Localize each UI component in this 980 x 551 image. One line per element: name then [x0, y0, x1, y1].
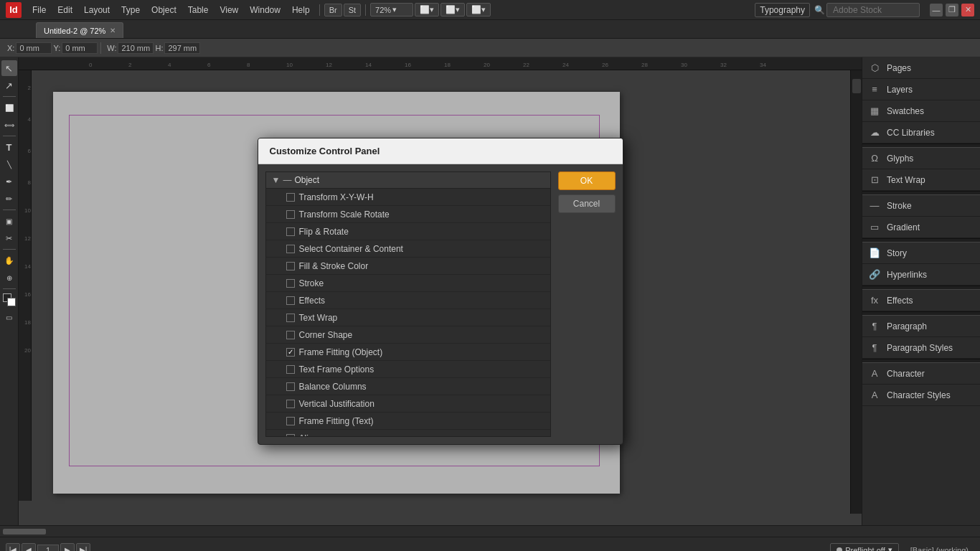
cancel-button[interactable]: Cancel — [558, 194, 616, 213]
checkbox-4[interactable] — [286, 262, 295, 270]
scissors-tool[interactable]: ✂ — [1, 230, 17, 246]
panel-item-text-wrap[interactable]: ⊡Text Wrap — [862, 169, 980, 191]
panel-item-paragraph-styles[interactable]: ¶Paragraph Styles — [862, 337, 980, 359]
tab-close-button[interactable]: ✕ — [110, 27, 116, 34]
dialog-item-1[interactable]: Transform Scale Rotate — [266, 206, 550, 223]
zoom-tool[interactable]: ⊕ — [1, 270, 17, 286]
maximize-button[interactable]: ❐ — [946, 4, 958, 17]
panel-item-character-styles[interactable]: ACharacter Styles — [862, 385, 980, 406]
view-options-2[interactable]: ⬜▾ — [440, 3, 465, 17]
pencil-tool[interactable]: ✏ — [1, 191, 17, 207]
ok-button[interactable]: OK — [558, 171, 616, 190]
panel-item-gradient[interactable]: ▭Gradient — [862, 217, 980, 238]
dialog-item-4[interactable]: Fill & Stroke Color — [266, 258, 550, 275]
dialog-item-5[interactable]: Stroke — [266, 275, 550, 292]
dialog-group-object[interactable]: ▼ — Object — [266, 172, 550, 189]
dialog-item-3[interactable]: Select Container & Content — [266, 240, 550, 258]
page-number-input[interactable] — [37, 545, 59, 552]
dialog-item-2[interactable]: Flip & Rotate — [266, 223, 550, 240]
panel-item-effects[interactable]: fxEffects — [862, 290, 980, 311]
preflight-status[interactable]: Preflight off ▾ — [830, 543, 898, 551]
item-label-4: Fill & Stroke Color — [299, 261, 369, 271]
transform-h-value[interactable]: 297 mm — [164, 42, 200, 54]
checkbox-1[interactable] — [286, 210, 295, 219]
menu-window[interactable]: Window — [245, 4, 286, 17]
checkbox-9[interactable]: ✓ — [286, 348, 295, 357]
type-tool[interactable]: T — [1, 139, 17, 155]
menu-edit[interactable]: Edit — [52, 4, 77, 17]
page-tool[interactable]: ⬜ — [1, 100, 17, 116]
menu-view[interactable]: View — [215, 4, 243, 17]
left-toolbar: ↖ ↗ ⬜ ⟺ T ╲ ✒ ✏ ▣ ✂ ✋ ⊕ ▭ — [0, 57, 19, 525]
panel-item-swatches[interactable]: ▦Swatches — [862, 100, 980, 122]
dialog-list[interactable]: ▼ — Object Transform X-Y-W-HTransform Sc… — [265, 171, 551, 437]
checkbox-13[interactable] — [286, 417, 295, 425]
selection-tool[interactable]: ↖ — [1, 60, 17, 76]
prev-page-button[interactable]: ◀ — [22, 543, 36, 552]
bridge-button[interactable]: Br — [324, 4, 342, 17]
dialog-item-6[interactable]: Effects — [266, 292, 550, 309]
dialog-item-13[interactable]: Frame Fitting (Text) — [266, 413, 550, 430]
panel-item-cc-libraries[interactable]: ☁CC Libraries — [862, 122, 980, 143]
h-scrollbar-area[interactable] — [0, 525, 980, 537]
close-button[interactable]: ✕ — [961, 4, 974, 17]
first-page-button[interactable]: |◀ — [6, 543, 20, 552]
dialog-item-9[interactable]: ✓Frame Fitting (Object) — [266, 344, 550, 361]
dialog-item-7[interactable]: Text Wrap — [266, 309, 550, 326]
menu-type[interactable]: Type — [116, 4, 145, 17]
checkbox-0[interactable] — [286, 193, 295, 202]
dialog-item-14[interactable]: Align — [266, 430, 550, 437]
direct-selection-tool[interactable]: ↗ — [1, 77, 17, 93]
menu-table[interactable]: Table — [183, 4, 214, 17]
fill-stroke-tool[interactable] — [1, 292, 17, 308]
checkbox-7[interactable] — [286, 314, 295, 322]
transform-w-value[interactable]: 210 mm — [118, 42, 154, 54]
panel-item-hyperlinks[interactable]: 🔗Hyperlinks — [862, 264, 980, 286]
checkbox-14[interactable] — [286, 434, 295, 438]
menu-file[interactable]: File — [27, 4, 51, 17]
panel-item-glyphs[interactable]: ΩGlyphs — [862, 148, 980, 169]
dialog-item-12[interactable]: Vertical Justification — [266, 395, 550, 413]
document-tab[interactable]: Untitled-2 @ 72% ✕ — [36, 22, 123, 38]
checkbox-12[interactable] — [286, 400, 295, 408]
minimize-button[interactable]: — — [930, 4, 943, 17]
checkbox-8[interactable] — [286, 331, 295, 339]
panel-item-pages[interactable]: ⬡Pages — [862, 57, 980, 79]
menu-help[interactable]: Help — [287, 4, 315, 17]
adobe-stock-search[interactable] — [826, 3, 920, 17]
checkbox-10[interactable] — [286, 365, 295, 374]
checkbox-11[interactable] — [286, 382, 295, 391]
dialog-item-0[interactable]: Transform X-Y-W-H — [266, 189, 550, 206]
line-tool[interactable]: ╲ — [1, 156, 17, 172]
menu-layout[interactable]: Layout — [79, 4, 115, 17]
screen-mode-btn[interactable]: ▭ — [1, 309, 17, 325]
checkbox-3[interactable] — [286, 245, 295, 253]
checkbox-2[interactable] — [286, 227, 295, 236]
panel-item-layers[interactable]: ≡Layers — [862, 79, 980, 100]
transform-x-value[interactable]: 0 mm — [16, 42, 52, 54]
transform-y-value[interactable]: 0 mm — [62, 42, 98, 54]
next-page-button[interactable]: ▶ — [60, 543, 75, 552]
dialog-item-8[interactable]: Corner Shape — [266, 326, 550, 344]
menu-object[interactable]: Object — [146, 4, 182, 17]
last-page-button[interactable]: ▶| — [76, 543, 90, 552]
workspace-selector[interactable]: Typography — [755, 3, 810, 17]
gap-tool[interactable]: ⟺ — [1, 117, 17, 133]
panel-item-story[interactable]: 📄Story — [862, 242, 980, 264]
color-tool[interactable]: ▣ — [1, 213, 17, 229]
pen-tool[interactable]: ✒ — [1, 174, 17, 189]
hand-tool[interactable]: ✋ — [1, 253, 17, 268]
view-options-1[interactable]: ⬜▾ — [415, 3, 439, 17]
canvas-area[interactable]: 0 2 4 6 8 10 12 14 16 18 20 22 24 26 28 … — [19, 57, 862, 525]
panel-item-paragraph[interactable]: ¶Paragraph — [862, 316, 980, 337]
stock-button[interactable]: St — [344, 4, 361, 17]
panel-item-character[interactable]: ACharacter — [862, 363, 980, 385]
dialog-item-11[interactable]: Balance Columns — [266, 378, 550, 395]
checkbox-5[interactable] — [286, 279, 295, 288]
view-options-3[interactable]: ⬜▾ — [466, 3, 491, 17]
checkbox-6[interactable] — [286, 296, 295, 305]
zoom-control[interactable]: 72% ▾ — [370, 3, 413, 17]
transform-y-label: Y: — [53, 44, 60, 52]
dialog-item-10[interactable]: Text Frame Options — [266, 361, 550, 378]
panel-item-stroke[interactable]: —Stroke — [862, 195, 980, 217]
